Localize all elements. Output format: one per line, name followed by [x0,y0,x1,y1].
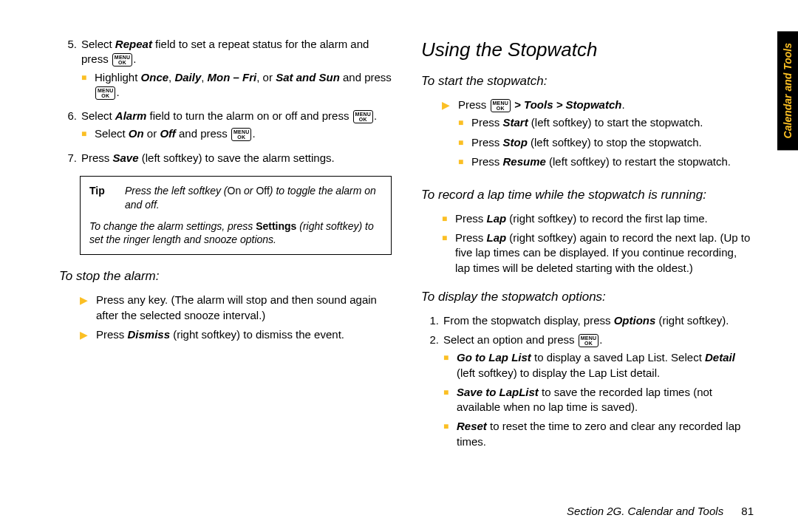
menu-ok-key-icon: MENUOK [95,86,115,100]
arrow-bullet-icon: ▶ [80,327,96,342]
opt-step-1: 1. From the stopwatch display, press Opt… [421,313,754,328]
square-bullet-icon: ■ [81,126,95,141]
opt-step-2: 2. Select an option and press MENUOK. ■ … [421,332,754,454]
square-bullet-icon: ■ [458,115,471,130]
arrow-bullet-icon: ▶ [442,98,458,174]
step-6: 6. Select Alarm field to turn the alarm … [59,109,392,146]
square-bullet-icon: ■ [442,231,455,276]
page-content: 5. Select Repeat field to set a repeat s… [0,0,798,473]
options-heading: To display the stopwatch options: [421,289,754,306]
stop-step-1: ▶ Press any key. (The alarm will stop an… [80,293,392,323]
side-tab: Calendar and Tools [777,31,798,150]
left-column: 5. Select Repeat field to set a repeat s… [59,37,392,458]
square-bullet-icon: ■ [443,419,457,449]
page-footer: Section 2G. Calendar and Tools 81 [567,505,754,517]
stopwatch-heading: Using the Stopwatch [421,37,754,63]
start-heading: To start the stopwatch: [421,73,754,90]
stop-step-2: ▶ Press Dismiss (right softkey) to dismi… [80,327,392,342]
square-bullet-icon: ■ [443,385,457,415]
lap-step-2: ■ Press Lap (right softkey) again to rec… [442,231,754,276]
menu-ok-key-icon: MENUOK [491,99,511,112]
tip-label: Tip [89,184,125,212]
right-column: Using the Stopwatch To start the stopwat… [421,37,754,458]
square-bullet-icon: ■ [458,154,471,169]
square-bullet-icon: ■ [458,135,471,150]
page-number: 81 [741,505,754,517]
start-path: ▶ Press MENUOK > Tools > Stopwatch. ■ Pr… [442,98,754,174]
menu-ok-key-icon: MENUOK [112,53,132,66]
menu-ok-key-icon: MENUOK [579,334,598,347]
footer-section: Section 2G. Calendar and Tools [567,505,723,517]
lap-heading: To record a lap time while the stopwatch… [421,187,754,204]
square-bullet-icon: ■ [443,350,457,381]
step-7: 7. Press Save (left softkey) to save the… [59,151,392,166]
lap-step-1: ■ Press Lap (right softkey) to record th… [442,211,754,226]
stop-alarm-heading: To stop the alarm: [59,268,392,285]
menu-ok-key-icon: MENUOK [353,110,373,123]
square-bullet-icon: ■ [81,70,95,100]
step-5: 5. Select Repeat field to set a repeat s… [59,37,392,104]
arrow-bullet-icon: ▶ [80,293,96,323]
square-bullet-icon: ■ [442,211,455,226]
tip-box: Tip Press the left softkey (On or Off) t… [80,176,392,256]
menu-ok-key-icon: MENUOK [231,128,251,141]
